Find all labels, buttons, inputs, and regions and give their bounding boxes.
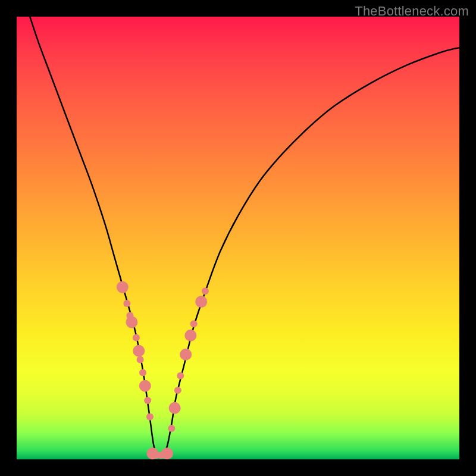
bottleneck-chart <box>0 0 476 476</box>
highlight-point <box>184 330 196 342</box>
bottleneck-curve <box>30 17 459 456</box>
highlight-point <box>123 300 130 307</box>
highlight-point <box>177 372 184 379</box>
highlight-point <box>133 345 145 357</box>
highlight-point <box>168 425 175 432</box>
highlight-point <box>144 397 151 404</box>
highlight-point <box>139 369 146 376</box>
highlight-point <box>139 380 151 392</box>
highlight-point <box>146 414 154 421</box>
highlight-point <box>161 447 173 459</box>
highlight-point <box>169 402 181 414</box>
highlight-point <box>190 320 198 327</box>
highlight-point <box>137 356 144 364</box>
highlight-point <box>117 281 129 293</box>
highlight-point <box>202 287 209 295</box>
highlight-point <box>174 387 181 394</box>
highlight-point <box>180 349 192 361</box>
highlight-point <box>195 296 207 308</box>
highlight-point <box>133 334 140 341</box>
highlight-point <box>126 316 137 328</box>
